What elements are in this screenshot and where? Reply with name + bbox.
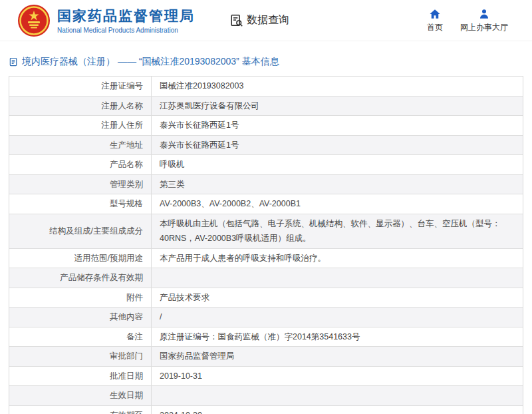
row-value-text: 呼吸机 [160,157,185,172]
row-value: 国家药品监督管理局 [152,347,523,366]
nav-home-label: 首页 [427,22,443,33]
row-value: 原注册证编号：国食药监械（准）字2014第3541633号 [152,327,523,347]
row-value: 本呼吸机由主机（包括气路、电子系统、机械结构、软件、显示器）、台车、空压机（型号… [152,214,523,248]
row-label: 注册证编号 [9,77,152,96]
row-label-text: 产品名称 [110,157,143,172]
table-row: 审批部门国家药品监督管理局 [9,347,523,367]
row-label: 管理类别 [9,175,152,194]
site-title-block: 国家药品监督管理局 National Medical Products Admi… [57,7,195,34]
data-query-label: 数据查询 [247,13,289,27]
site-title-en: National Medical Products Administration [57,27,195,34]
row-label-text: 适用范围/预期用途 [74,251,143,266]
nav-service-hall-label: 网上办事大厅 [460,22,508,33]
row-label: 结构及组成/主要组成成分 [9,214,152,248]
row-label: 审批部门 [9,347,152,366]
row-label-text: 结构及组成/主要组成成分 [49,224,143,239]
row-label-text: 生产地址 [110,138,143,153]
row-label: 其他内容 [9,308,152,327]
row-label-text: 其他内容 [110,310,143,325]
nav-service-hall[interactable]: 网上办事大厅 [460,8,508,33]
table-row: 有效期至2024-10-30 [9,406,523,414]
row-value-text: 第三类 [160,177,185,192]
row-label: 型号规格 [9,194,152,214]
row-label: 备注 [9,327,152,347]
nav-data-query[interactable]: 数据查询 [229,13,289,28]
row-label-text: 管理类别 [110,177,143,192]
row-value-text: AV-2000B3、AV-2000B2、AV-2000B1 [160,196,301,212]
row-value: 国械注准20193082003 [152,77,523,96]
row-label: 产品名称 [9,155,152,174]
table-row: 生效日期 [9,386,523,406]
table-row: 批准日期2019-10-31 [9,367,523,387]
row-label-text: 有效期至 [110,408,143,414]
table-row: 附件产品技术要求 [9,288,523,308]
row-value-text: 2024-10-30 [160,408,202,414]
row-value: 江苏奥凯医疗设备有限公司 [152,97,523,116]
row-value: 产品技术要求 [152,288,523,308]
breadcrumb-text: 境内医疗器械（注册） —— “国械注准20193082003” 基本信息 [22,56,279,68]
table-row: 注册人名称江苏奥凯医疗设备有限公司 [9,97,523,116]
row-value-text: 国械注准20193082003 [160,79,243,94]
row-value-text: 本呼吸机由主机（包括气路、电子系统、机械结构、软件、显示器）、台车、空压机（型号… [160,216,515,246]
table-row: 适用范围/预期用途本产品用于成人患者的呼吸支持和呼吸治疗。 [9,249,523,269]
row-value: 呼吸机 [152,155,523,174]
row-value-text: 泰兴市长征路西延1号 [160,138,239,153]
row-label-text: 注册证编号 [102,79,144,94]
row-value: 本产品用于成人患者的呼吸支持和呼吸治疗。 [152,249,523,268]
table-row: 产品名称呼吸机 [9,155,523,175]
table-row: 产品储存条件及有效期 [9,268,523,288]
row-label-text: 注册人住所 [102,118,144,133]
row-value [152,268,523,288]
row-value-text: 产品技术要求 [160,290,209,306]
home-icon [429,8,441,20]
table-row: 其他内容/ [9,308,523,327]
row-value [152,386,523,405]
nav-home[interactable]: 首页 [427,8,443,33]
row-value-text: / [160,310,162,325]
row-label: 有效期至 [9,406,152,414]
row-label-text: 批准日期 [110,369,143,384]
table-row: 型号规格AV-2000B3、AV-2000B2、AV-2000B1 [9,194,523,214]
row-label: 产品储存条件及有效期 [9,268,152,288]
row-value: 泰兴市长征路西延1号 [152,136,523,155]
row-value: 第三类 [152,175,523,194]
row-label-text: 产品储存条件及有效期 [60,270,143,286]
site-title-cn: 国家药品监督管理局 [57,7,195,25]
row-label: 注册人住所 [9,116,152,135]
table-row: 管理类别第三类 [9,175,523,195]
info-table: 注册证编号国械注准20193082003注册人名称江苏奥凯医疗设备有限公司注册人… [9,76,523,414]
data-query-icon [229,13,244,28]
row-value-text: 国家药品监督管理局 [160,349,235,364]
row-label-text: 备注 [126,329,143,345]
row-value-text: 本产品用于成人患者的呼吸支持和呼吸治疗。 [160,251,326,266]
row-label: 批准日期 [9,367,152,386]
row-label: 注册人名称 [9,97,152,116]
row-label-text: 附件 [126,290,143,306]
row-label-text: 型号规格 [110,196,143,212]
table-row: 备注原注册证编号：国食药监械（准）字2014第3541633号 [9,327,523,347]
table-row: 注册人住所泰兴市长征路西延1号 [9,116,523,136]
table-row: 结构及组成/主要组成成分本呼吸机由主机（包括气路、电子系统、机械结构、软件、显示… [9,214,523,249]
row-value: AV-2000B3、AV-2000B2、AV-2000B1 [152,194,523,214]
row-value: 2019-10-31 [152,367,523,386]
nmpa-emblem-logo[interactable] [17,4,51,37]
person-icon [478,8,490,20]
row-value: 泰兴市长征路西延1号 [152,116,523,135]
row-label: 适用范围/预期用途 [9,249,152,268]
document-icon [9,57,18,67]
row-value: / [152,308,523,327]
row-label: 附件 [9,288,152,308]
row-label-text: 生效日期 [110,388,143,403]
row-label-text: 审批部门 [110,349,143,364]
row-label: 生产地址 [9,136,152,155]
row-value-text: 泰兴市长征路西延1号 [160,118,239,133]
table-row: 生产地址泰兴市长征路西延1号 [9,136,523,156]
table-row: 注册证编号国械注准20193082003 [9,77,523,97]
site-header: 国家药品监督管理局 National Medical Products Admi… [0,0,532,41]
row-value-text: 江苏奥凯医疗设备有限公司 [160,99,259,114]
header-nav-right: 首页 网上办事大厅 [427,8,508,33]
row-label: 生效日期 [9,386,152,405]
row-value: 2024-10-30 [152,406,523,414]
row-value-text: 2019-10-31 [160,369,202,384]
row-label-text: 注册人名称 [102,99,144,114]
